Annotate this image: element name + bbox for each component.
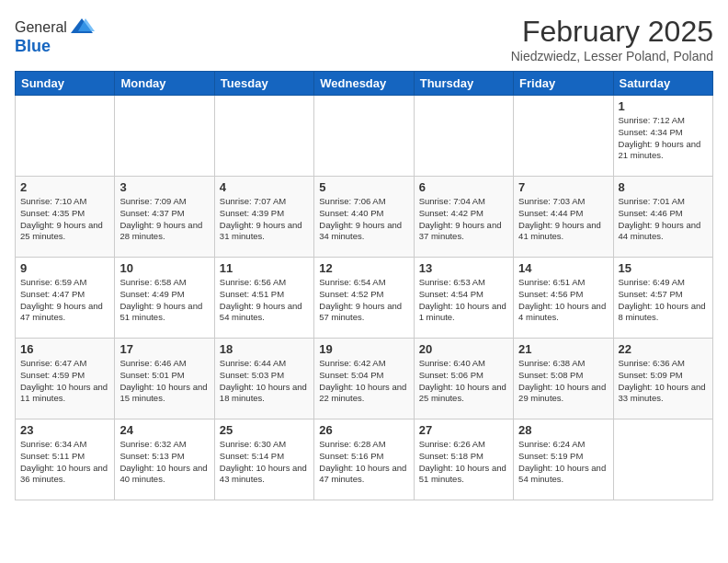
day-number: 19 (319, 342, 408, 356)
calendar-day-cell: 27Sunrise: 6:26 AM Sunset: 5:18 PM Dayli… (414, 419, 513, 500)
day-info: Sunrise: 6:59 AM Sunset: 4:47 PM Dayligh… (20, 277, 109, 324)
day-info: Sunrise: 7:10 AM Sunset: 4:35 PM Dayligh… (20, 196, 109, 243)
day-info: Sunrise: 6:58 AM Sunset: 4:49 PM Dayligh… (119, 277, 209, 324)
day-info: Sunrise: 6:54 AM Sunset: 4:52 PM Dayligh… (319, 277, 408, 324)
calendar-day-cell: 15Sunrise: 6:49 AM Sunset: 4:57 PM Dayli… (613, 258, 712, 339)
day-info: Sunrise: 6:53 AM Sunset: 4:54 PM Dayligh… (419, 277, 508, 324)
day-info: Sunrise: 6:42 AM Sunset: 5:04 PM Dayligh… (319, 358, 408, 405)
weekday-header: Wednesday (314, 72, 414, 96)
calendar-day-cell: 1Sunrise: 7:12 AM Sunset: 4:34 PM Daylig… (613, 96, 712, 177)
calendar-day-cell: 17Sunrise: 6:46 AM Sunset: 5:01 PM Dayli… (115, 339, 214, 419)
calendar-week-row: 23Sunrise: 6:34 AM Sunset: 5:11 PM Dayli… (16, 419, 713, 500)
day-number: 22 (619, 342, 708, 356)
calendar-day-cell (16, 96, 115, 177)
day-number: 25 (220, 423, 309, 437)
day-info: Sunrise: 6:30 AM Sunset: 5:14 PM Dayligh… (220, 439, 309, 486)
day-info: Sunrise: 6:49 AM Sunset: 4:57 PM Dayligh… (619, 277, 708, 324)
calendar-day-cell (514, 96, 613, 177)
calendar-day-cell: 25Sunrise: 6:30 AM Sunset: 5:14 PM Dayli… (214, 419, 313, 500)
weekday-header: Saturday (613, 72, 712, 96)
location-text: Niedzwiedz, Lesser Poland, Poland (511, 49, 713, 63)
day-info: Sunrise: 6:51 AM Sunset: 4:56 PM Dayligh… (518, 277, 608, 324)
calendar-day-cell (214, 96, 313, 177)
calendar-day-cell (613, 419, 712, 500)
calendar-day-cell: 4Sunrise: 7:07 AM Sunset: 4:39 PM Daylig… (214, 177, 313, 258)
calendar-day-cell: 13Sunrise: 6:53 AM Sunset: 4:54 PM Dayli… (414, 258, 513, 339)
day-info: Sunrise: 7:04 AM Sunset: 4:42 PM Dayligh… (419, 196, 508, 243)
weekday-header: Friday (514, 72, 613, 96)
day-number: 21 (518, 342, 608, 356)
day-info: Sunrise: 7:06 AM Sunset: 4:40 PM Dayligh… (319, 196, 408, 243)
day-info: Sunrise: 6:24 AM Sunset: 5:19 PM Dayligh… (518, 439, 608, 486)
logo: General Blue (15, 15, 95, 56)
weekday-header: Monday (115, 72, 214, 96)
calendar-day-cell: 2Sunrise: 7:10 AM Sunset: 4:35 PM Daylig… (16, 177, 115, 258)
calendar-day-cell: 23Sunrise: 6:34 AM Sunset: 5:11 PM Dayli… (16, 419, 115, 500)
day-number: 6 (419, 180, 508, 194)
day-info: Sunrise: 7:09 AM Sunset: 4:37 PM Dayligh… (119, 196, 209, 243)
day-number: 3 (119, 180, 209, 194)
day-number: 26 (319, 423, 408, 437)
calendar-day-cell: 11Sunrise: 6:56 AM Sunset: 4:51 PM Dayli… (214, 258, 313, 339)
calendar-table: SundayMondayTuesdayWednesdayThursdayFrid… (15, 71, 713, 500)
day-info: Sunrise: 6:34 AM Sunset: 5:11 PM Dayligh… (20, 439, 109, 486)
title-area: February 2025 Niedzwiedz, Lesser Poland,… (511, 15, 713, 63)
calendar-week-row: 1Sunrise: 7:12 AM Sunset: 4:34 PM Daylig… (16, 96, 713, 177)
calendar-day-cell (314, 96, 414, 177)
calendar-day-cell: 10Sunrise: 6:58 AM Sunset: 4:49 PM Dayli… (115, 258, 214, 339)
month-year-title: February 2025 (511, 15, 713, 49)
day-info: Sunrise: 7:03 AM Sunset: 4:44 PM Dayligh… (518, 196, 608, 243)
calendar-day-cell: 20Sunrise: 6:40 AM Sunset: 5:06 PM Dayli… (414, 339, 513, 419)
day-number: 5 (319, 180, 408, 194)
calendar-day-cell: 7Sunrise: 7:03 AM Sunset: 4:44 PM Daylig… (514, 177, 613, 258)
day-info: Sunrise: 6:44 AM Sunset: 5:03 PM Dayligh… (220, 358, 309, 405)
day-number: 4 (220, 180, 309, 194)
calendar-day-cell: 8Sunrise: 7:01 AM Sunset: 4:46 PM Daylig… (613, 177, 712, 258)
day-number: 10 (119, 261, 209, 275)
day-info: Sunrise: 6:56 AM Sunset: 4:51 PM Dayligh… (220, 277, 309, 324)
calendar-header-row: SundayMondayTuesdayWednesdayThursdayFrid… (16, 72, 713, 96)
day-number: 15 (619, 261, 708, 275)
calendar-week-row: 9Sunrise: 6:59 AM Sunset: 4:47 PM Daylig… (16, 258, 713, 339)
day-info: Sunrise: 7:12 AM Sunset: 4:34 PM Dayligh… (619, 115, 708, 162)
day-number: 14 (518, 261, 608, 275)
day-info: Sunrise: 6:36 AM Sunset: 5:09 PM Dayligh… (619, 358, 708, 405)
day-number: 23 (20, 423, 109, 437)
day-info: Sunrise: 6:47 AM Sunset: 4:59 PM Dayligh… (20, 358, 109, 405)
day-number: 16 (20, 342, 109, 356)
calendar-day-cell: 24Sunrise: 6:32 AM Sunset: 5:13 PM Dayli… (115, 419, 214, 500)
calendar-day-cell: 28Sunrise: 6:24 AM Sunset: 5:19 PM Dayli… (514, 419, 613, 500)
day-number: 27 (419, 423, 508, 437)
day-number: 28 (518, 423, 608, 437)
calendar-day-cell (115, 96, 214, 177)
calendar-day-cell: 19Sunrise: 6:42 AM Sunset: 5:04 PM Dayli… (314, 339, 414, 419)
day-number: 24 (119, 423, 209, 437)
weekday-header: Thursday (414, 72, 513, 96)
logo-icon (69, 15, 95, 40)
calendar-day-cell: 22Sunrise: 6:36 AM Sunset: 5:09 PM Dayli… (613, 339, 712, 419)
calendar-day-cell: 18Sunrise: 6:44 AM Sunset: 5:03 PM Dayli… (214, 339, 313, 419)
day-number: 2 (20, 180, 109, 194)
weekday-header: Tuesday (214, 72, 313, 96)
day-number: 1 (619, 99, 708, 113)
day-info: Sunrise: 7:07 AM Sunset: 4:39 PM Dayligh… (220, 196, 309, 243)
logo-general-text: General (15, 19, 67, 36)
day-number: 17 (119, 342, 209, 356)
day-info: Sunrise: 6:38 AM Sunset: 5:08 PM Dayligh… (518, 358, 608, 405)
calendar-day-cell: 26Sunrise: 6:28 AM Sunset: 5:16 PM Dayli… (314, 419, 414, 500)
calendar-day-cell: 5Sunrise: 7:06 AM Sunset: 4:40 PM Daylig… (314, 177, 414, 258)
day-number: 12 (319, 261, 408, 275)
calendar-day-cell: 21Sunrise: 6:38 AM Sunset: 5:08 PM Dayli… (514, 339, 613, 419)
day-info: Sunrise: 7:01 AM Sunset: 4:46 PM Dayligh… (619, 196, 708, 243)
calendar-week-row: 2Sunrise: 7:10 AM Sunset: 4:35 PM Daylig… (16, 177, 713, 258)
day-info: Sunrise: 6:28 AM Sunset: 5:16 PM Dayligh… (319, 439, 408, 486)
calendar-day-cell: 16Sunrise: 6:47 AM Sunset: 4:59 PM Dayli… (16, 339, 115, 419)
day-number: 13 (419, 261, 508, 275)
calendar-day-cell: 14Sunrise: 6:51 AM Sunset: 4:56 PM Dayli… (514, 258, 613, 339)
day-number: 8 (619, 180, 708, 194)
calendar-day-cell: 6Sunrise: 7:04 AM Sunset: 4:42 PM Daylig… (414, 177, 513, 258)
day-number: 11 (220, 261, 309, 275)
calendar-day-cell: 3Sunrise: 7:09 AM Sunset: 4:37 PM Daylig… (115, 177, 214, 258)
page-header: General Blue February 2025 Niedzwiedz, L… (15, 15, 713, 63)
day-number: 20 (419, 342, 508, 356)
